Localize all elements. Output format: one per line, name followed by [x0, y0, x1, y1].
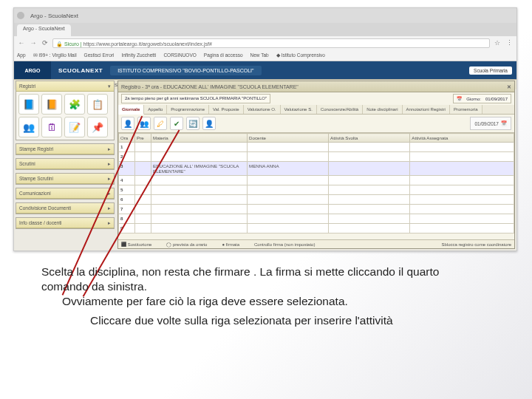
- table-cell: [135, 152, 151, 162]
- bookmark-item[interactable]: App: [17, 52, 26, 58]
- col-svolta[interactable]: Attività Svolta: [329, 134, 410, 143]
- note-icon[interactable]: 📝: [64, 117, 85, 137]
- toolbar-btn-5[interactable]: 🔄: [186, 117, 200, 130]
- bookmark-item[interactable]: Gestisci Errori: [84, 52, 115, 58]
- table-cell: [248, 185, 329, 195]
- star-icon[interactable]: ☆: [493, 38, 502, 47]
- argo-app: ARGO SCUOLANEXT ISTITUTO COMPRENSIVO "BO…: [14, 61, 516, 250]
- app-screenshot: Argo - ScuolaNext Argo - ScuolaNext ← → …: [13, 7, 517, 251]
- table-row[interactable]: 8: [119, 214, 514, 224]
- calendar-icon: 📅: [501, 120, 507, 126]
- table-cell: EDUCAZIONE ALL' IMMAGINE "SCUOLA ELEMENT…: [151, 162, 248, 176]
- window-titlebar: Argo - ScuolaNext: [14, 8, 516, 23]
- sidebar-panel-registri: Registri▾ 📘 📙 🧩 📋 👥 🗓 📝 📌: [16, 81, 115, 140]
- tab-conoscenze[interactable]: Conoscenze/Abilità: [317, 105, 363, 114]
- bookmark-item[interactable]: New Tab: [250, 52, 269, 58]
- registro-prof-icon[interactable]: 📙: [41, 94, 62, 115]
- ricevimento-icon[interactable]: 👥: [18, 117, 39, 137]
- tab-valutazione-s[interactable]: Valutazione S.: [281, 105, 317, 114]
- table-cell: [151, 185, 248, 195]
- table-cell: [410, 162, 514, 176]
- tab-giornale[interactable]: Giornale: [118, 105, 144, 115]
- url-text: https://www.portaleargo.it/argoweb/scuol…: [83, 41, 212, 47]
- menu-icon[interactable]: ⋮: [505, 38, 514, 47]
- registri-icons: 📘 📙 🧩 📋 👥 🗓 📝 📌: [16, 92, 114, 140]
- table-row[interactable]: 7: [119, 205, 514, 214]
- chevron-right-icon: ▸: [108, 144, 111, 154]
- tab-proposte[interactable]: Val. Proposte: [209, 105, 244, 114]
- col-docente[interactable]: Docente: [248, 134, 329, 143]
- table-cell: [151, 195, 248, 205]
- col-materia[interactable]: Materia: [151, 134, 248, 143]
- table-row[interactable]: 5: [119, 185, 514, 195]
- table-cell: 4: [119, 176, 135, 185]
- valutazioni-icon[interactable]: 📋: [87, 94, 108, 115]
- table-cell: [329, 185, 410, 195]
- orario-icon[interactable]: 🗓: [41, 117, 62, 137]
- tab-programmazione[interactable]: Programmazione: [167, 105, 209, 114]
- registro-window: Registro - 3ª ora - EDUCAZIONE ALL' IMMA…: [117, 81, 515, 249]
- sidebar-panel[interactable]: Scrutini▸: [16, 158, 115, 170]
- table-cell: [135, 214, 151, 224]
- panel-header[interactable]: Registri▾: [16, 81, 114, 92]
- sidebar-panel[interactable]: Comunicazioni▸: [16, 188, 115, 200]
- registro-conoscenze-icon[interactable]: 🧩: [64, 94, 85, 115]
- address-bar: ← → ⟳ 🔒Sicuro | https://www.portaleargo.…: [14, 36, 516, 50]
- bookmark-item[interactable]: ✉ i99+ : Virgilio Mail: [33, 52, 77, 58]
- table-cell: [329, 143, 410, 152]
- tab-valutazione-o[interactable]: Valutazione O.: [244, 105, 281, 114]
- window-button[interactable]: [17, 12, 24, 19]
- table-cell: [410, 143, 514, 152]
- forward-icon[interactable]: →: [29, 38, 38, 47]
- sidebar-panel[interactable]: Stampe Registri▸: [16, 143, 115, 155]
- bookmark-item[interactable]: ◆ Istituto Comprensivo: [276, 52, 325, 58]
- date-picker[interactable]: 01/09/2017 📅: [470, 117, 511, 130]
- table-row[interactable]: 6: [119, 195, 514, 205]
- back-icon[interactable]: ←: [17, 38, 26, 47]
- browser-tab[interactable]: Argo - ScuolaNext: [17, 24, 71, 36]
- lessons-table: Ora Pre Materia Docente Attività Svolta …: [118, 133, 514, 233]
- table-row[interactable]: 1: [119, 143, 514, 152]
- date-info: 📅 Giorno: 01/09/2017: [453, 94, 511, 103]
- tab-promemoria[interactable]: Promemoria: [450, 105, 482, 114]
- col-pre[interactable]: Pre: [135, 134, 151, 143]
- table-row[interactable]: 3EDUCAZIONE ALL' IMMAGINE "SCUOLA ELEMEN…: [119, 162, 514, 176]
- table-cell: [410, 195, 514, 205]
- table-cell: [248, 143, 329, 152]
- chevron-down-icon: ▾: [108, 81, 111, 92]
- table-cell: [410, 176, 514, 185]
- bookmark-item[interactable]: Pagina di accesso: [204, 52, 243, 58]
- col-assegnata[interactable]: Attività Assegnata: [410, 134, 514, 143]
- bookmark-item[interactable]: Infinity Zucchetti: [121, 52, 156, 58]
- sidebar-panel[interactable]: Info classe / docenti▸: [16, 217, 115, 229]
- bookmark-item[interactable]: CORSINUOVO: [163, 52, 196, 58]
- toolbar-btn-6[interactable]: 👤: [202, 117, 216, 130]
- table-cell: [329, 214, 410, 224]
- argo-logo: ARGO: [14, 61, 51, 79]
- table-row[interactable]: 2: [119, 152, 514, 162]
- promemoria-icon[interactable]: 📌: [87, 117, 108, 137]
- url-field[interactable]: 🔒Sicuro | https://www.portaleargo.it/arg…: [52, 38, 490, 48]
- toolbar-btn-1[interactable]: 👤: [121, 117, 134, 130]
- school-level-pill[interactable]: Scuola Primaria: [469, 66, 512, 75]
- tab-appello[interactable]: Appello: [144, 105, 167, 114]
- close-icon[interactable]: ✕: [507, 81, 511, 92]
- sidebar: Registri▾ 📘 📙 🧩 📋 👥 🗓 📝 📌 Stampe Registr…: [14, 79, 116, 250]
- table-cell: [248, 224, 329, 233]
- toolbar-btn-3[interactable]: 🖊: [154, 117, 167, 130]
- table-row[interactable]: 9: [119, 224, 514, 233]
- tab-note[interactable]: Note disciplinari: [363, 105, 402, 114]
- school-name: ISTITUTO COMPRENSIVO "BOVIO-PONTILLO-PAS…: [110, 66, 261, 75]
- sidebar-panel[interactable]: Stampe Scrutini▸: [16, 173, 115, 185]
- slide-captions: Scelta la disciplina, non resta che firm…: [41, 265, 488, 329]
- table-cell: 5: [119, 185, 135, 195]
- caption-3: Cliccare due volte sulla riga selezionat…: [90, 313, 488, 328]
- table-row[interactable]: 4: [119, 176, 514, 185]
- registro-classe-icon[interactable]: 📘: [18, 94, 39, 115]
- toolbar-firma-button[interactable]: ✔: [170, 117, 183, 130]
- tab-annotazioni[interactable]: Annotazioni Registri: [403, 105, 450, 114]
- chevron-right-icon: ▸: [108, 218, 111, 228]
- table-cell: [410, 214, 514, 224]
- lock-icon: 🔒: [56, 41, 63, 47]
- reload-icon[interactable]: ⟳: [41, 38, 50, 47]
